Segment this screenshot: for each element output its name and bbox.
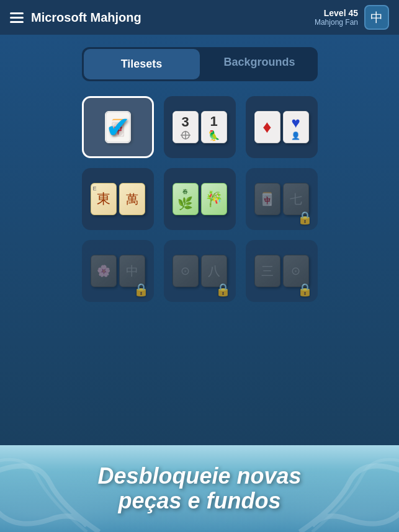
tile-gray-1: 🀄 (254, 183, 280, 215)
swirl-right-decoration (287, 458, 399, 532)
tileset-item-playing-cards[interactable]: ♦ ♥ 👤 (246, 96, 318, 158)
mahjong-icon: 中 (364, 5, 389, 30)
tile-gray-3: 🌸 (91, 255, 117, 287)
bottom-banner: Desbloqueie novas peças e fundos (0, 445, 399, 532)
level-number: Level 45 (315, 8, 358, 18)
checkmark-icon: ✔ (105, 110, 130, 144)
header-right: Level 45 Mahjong Fan 中 (315, 5, 389, 30)
level-info: Level 45 Mahjong Fan (315, 8, 358, 27)
lock-icon-4: 🔒 (297, 282, 313, 297)
tile-gray-5: ⊙ (173, 255, 199, 287)
tab-backgrounds[interactable]: Backgrounds (202, 47, 318, 81)
tileset-item-locked3[interactable]: ⊙ 八 🔒 (164, 240, 236, 302)
main-content: Tilesets Backgrounds 🀄 ✔ 3 (0, 35, 399, 445)
tileset-item-classic[interactable]: 🀄 ✔ (82, 96, 154, 158)
tile-east: E 東 (91, 183, 117, 215)
lock-icon-3: 🔒 (215, 282, 231, 297)
level-name: Mahjong Fan (315, 18, 358, 27)
banner-line2: peças e fundos (97, 489, 301, 513)
lock-icon-2: 🔒 (133, 282, 149, 297)
tab-container: Tilesets Backgrounds (82, 47, 318, 81)
selected-overlay: ✔ (84, 98, 152, 156)
banner-line1: Desbloqueie novas (97, 464, 301, 489)
lock-icon: 🔒 (297, 210, 313, 225)
tileset-item-locked1[interactable]: 🀄 七 🔒 (246, 168, 318, 230)
tileset-item-cards[interactable]: 3 1 🦜 (164, 96, 236, 158)
tile-card-1: 3 (173, 111, 199, 143)
header: Microsoft Mahjong Level 45 Mahjong Fan 中 (0, 0, 399, 35)
tileset-item-bamboo[interactable]: 春 🌿 🎋 (164, 168, 236, 230)
tile-diamond: ♦ (254, 111, 280, 143)
tile-wan: 萬 (119, 183, 145, 215)
menu-button[interactable] (10, 12, 24, 23)
tileset-grid: 🀄 ✔ 3 1 🦜 (82, 96, 318, 302)
tile-bamboo: 🎋 (201, 183, 227, 215)
header-left: Microsoft Mahjong (10, 11, 141, 25)
tile-spring: 春 🌿 (173, 183, 199, 215)
tile-gray-7: 三 (254, 255, 280, 287)
tileset-item-chinese[interactable]: E 東 萬 (82, 168, 154, 230)
tileset-item-locked2[interactable]: 🌸 中 🔒 (82, 240, 154, 302)
tile-heart: ♥ 👤 (283, 111, 309, 143)
banner-text: Desbloqueie novas peças e fundos (97, 464, 301, 513)
app-title: Microsoft Mahjong (31, 11, 141, 25)
tile-card-2: 1 🦜 (201, 111, 227, 143)
swirl-left-decoration (0, 458, 112, 532)
tileset-item-locked4[interactable]: 三 ⊙ 🔒 (246, 240, 318, 302)
tab-tilesets[interactable]: Tilesets (84, 49, 200, 79)
